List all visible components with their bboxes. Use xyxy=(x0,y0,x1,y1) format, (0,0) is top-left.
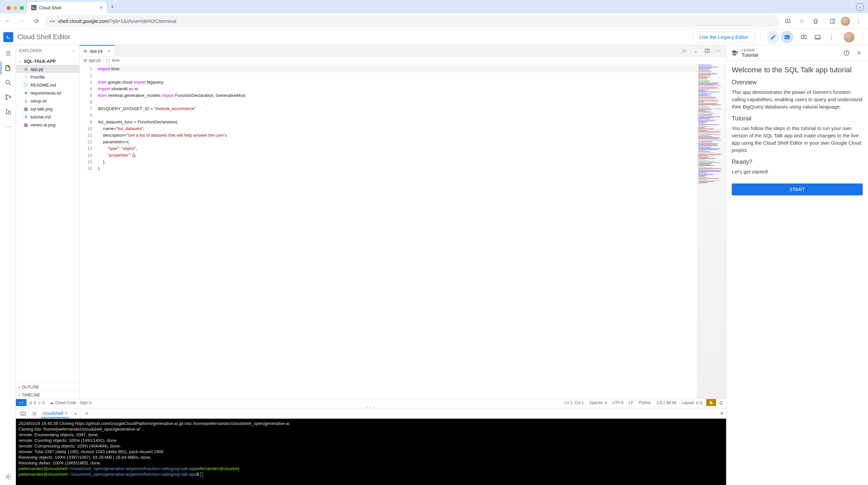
file-icon: ⊕ xyxy=(23,67,29,72)
close-panel-icon[interactable]: × xyxy=(854,48,864,58)
side-panel-icon[interactable] xyxy=(827,16,838,27)
editor-more-icon[interactable]: ⋯ xyxy=(714,47,723,55)
indent-status[interactable]: Spaces: 4 xyxy=(587,399,610,406)
run-dropdown-icon[interactable]: ⌄ xyxy=(692,47,700,55)
python-file-icon: ⊕ xyxy=(84,58,87,63)
terminal-tab[interactable]: cloudshell × xyxy=(41,410,69,418)
back-button[interactable]: ← xyxy=(1,15,13,27)
overview-text: This app demonstrates the power of Gemin… xyxy=(732,89,863,111)
menu-icon[interactable]: ☰ xyxy=(1,47,15,60)
remote-indicator-icon[interactable] xyxy=(16,399,27,406)
no-flash-icon[interactable] xyxy=(706,399,716,406)
separator xyxy=(761,32,761,42)
svg-line-10 xyxy=(9,84,10,85)
file-name: sql-talk.png xyxy=(31,107,52,112)
breadcrumb[interactable]: ⊕ app.py › { } time xyxy=(80,56,726,64)
more-menu-icon[interactable]: ⋮ xyxy=(825,31,838,43)
timeline-section[interactable]: ›TIMELINE xyxy=(16,391,79,399)
editor-area: ⊕ app.py × ▷ ⌄ ⋯ xyxy=(80,45,726,399)
bookmark-icon[interactable]: ☆ xyxy=(796,16,807,27)
svg-point-14 xyxy=(8,112,10,114)
problems-status[interactable]: ⊘0 ⚠0 xyxy=(27,399,47,406)
file-item[interactable]: ▦vertex-ai.png xyxy=(16,121,79,129)
cloud-code-status[interactable]: ☁Cloud Code - Sign in xyxy=(47,399,94,406)
open-editor-icon[interactable] xyxy=(767,31,779,43)
file-item[interactable]: $setup.sh xyxy=(16,97,79,105)
ready-heading: Ready? xyxy=(732,158,863,165)
site-info-icon[interactable]: ⊶ xyxy=(50,18,55,24)
close-tab-icon[interactable]: × xyxy=(100,5,103,10)
new-tab-button[interactable]: + xyxy=(107,4,118,13)
file-item[interactable]: ⓘREADME.md xyxy=(16,81,79,89)
user-avatar[interactable] xyxy=(844,32,855,42)
terminal-tab-bar: cloudshell × + ▾ × xyxy=(16,408,726,419)
add-terminal-icon[interactable]: + xyxy=(71,409,80,418)
close-terminal-tab-icon[interactable]: × xyxy=(65,411,68,416)
file-name: README.md xyxy=(31,83,56,88)
browser-tabstrip: Cloud Shell × + ⌄ xyxy=(0,0,868,13)
search-icon[interactable] xyxy=(1,76,15,89)
explorer-more-icon[interactable]: ⋯ xyxy=(72,49,76,53)
run-file-icon[interactable]: ▷ xyxy=(680,47,689,55)
code-editor[interactable]: import timefrom google.cloud import bigq… xyxy=(95,64,697,399)
tutorial-text: You can follow the steps in this tutoria… xyxy=(732,125,863,154)
explorer-panel: EXPLORER ⋯ ⌄ SQL-TALK-APP ⊕app.py⑂Procfi… xyxy=(16,45,80,399)
keyboard-icon[interactable] xyxy=(19,409,28,418)
file-item[interactable]: ⊕app.py xyxy=(16,65,79,73)
python-file-icon: ⊕ xyxy=(84,49,87,53)
extensions-icon[interactable] xyxy=(810,16,821,27)
warning-icon: ⚠ xyxy=(37,400,41,405)
forward-button[interactable]: → xyxy=(16,15,28,27)
minimize-window-icon[interactable] xyxy=(13,6,17,10)
file-item[interactable]: ▦sql-talk.png xyxy=(16,105,79,113)
tab-overflow-button[interactable]: ⌄ xyxy=(856,3,863,10)
minimap[interactable] xyxy=(697,64,726,399)
close-window-icon[interactable] xyxy=(7,6,10,10)
keyboard-layout-status[interactable]: Layout: U.S. xyxy=(679,399,706,406)
close-panel-icon[interactable]: × xyxy=(720,410,723,417)
outline-section[interactable]: ›OUTLINE xyxy=(16,383,79,391)
svg-point-15 xyxy=(7,476,9,478)
settings-gear-icon[interactable] xyxy=(1,471,15,483)
file-icon: $ xyxy=(23,98,29,103)
project-root[interactable]: ⌄ SQL-TALK-APP xyxy=(16,57,79,65)
open-terminal-icon[interactable] xyxy=(781,31,794,43)
maximize-window-icon[interactable] xyxy=(20,6,24,10)
notifications-icon[interactable] xyxy=(716,399,726,406)
browser-tab[interactable]: Cloud Shell × xyxy=(27,2,107,13)
interpreter-status[interactable]: 3.9.2 64-bit xyxy=(654,399,679,406)
url-input[interactable]: ⊶ shell.cloud.google.com/?pli=1&show=ide… xyxy=(45,15,779,27)
editor-tab[interactable]: ⊕ app.py × xyxy=(80,45,115,56)
overview-heading: Overview xyxy=(732,79,863,86)
open-in-new-window-icon[interactable] xyxy=(811,31,824,43)
run-debug-icon[interactable] xyxy=(1,105,15,118)
close-editor-tab-icon[interactable]: × xyxy=(108,49,111,53)
file-name: tutorial.md xyxy=(31,115,51,119)
file-icon: ▦ xyxy=(23,107,29,112)
tutorial-heading: Welcome to the SQL Talk app tutorial xyxy=(732,66,863,74)
encoding-status[interactable]: UTF-8 xyxy=(610,399,626,406)
file-item[interactable]: ⬇tutorial.md xyxy=(16,113,79,121)
split-editor-icon[interactable] xyxy=(703,47,712,55)
explorer-icon[interactable] xyxy=(1,62,15,74)
terminal[interactable]: 2024/03/29 18:45:38 Cloning https://gith… xyxy=(16,419,726,485)
svg-rect-2 xyxy=(830,19,835,23)
browser-menu-icon[interactable]: ⋮ xyxy=(853,16,864,27)
cursor-position[interactable]: Ln 1, Col 1 xyxy=(562,399,587,406)
terminal-settings-icon[interactable] xyxy=(30,409,39,418)
info-icon[interactable] xyxy=(841,48,851,58)
start-button[interactable]: START xyxy=(732,183,863,195)
language-status[interactable]: Python xyxy=(636,399,654,406)
more-views-icon[interactable]: ⋯ xyxy=(1,120,15,133)
reload-button[interactable]: ⟳ xyxy=(31,15,42,27)
use-legacy-editor-button[interactable]: Use the Legacy Editor xyxy=(693,31,754,43)
install-app-icon[interactable] xyxy=(782,16,794,27)
terminal-dropdown-icon[interactable]: ▾ xyxy=(82,409,92,418)
source-control-icon[interactable] xyxy=(1,91,15,103)
file-item[interactable]: ≡requirements.txt xyxy=(16,89,79,97)
web-preview-icon[interactable] xyxy=(797,31,810,43)
eol-status[interactable]: LF xyxy=(626,399,636,406)
profile-avatar[interactable] xyxy=(841,17,850,26)
learn-icon xyxy=(731,49,738,57)
file-item[interactable]: ⑂Procfile xyxy=(16,73,79,81)
